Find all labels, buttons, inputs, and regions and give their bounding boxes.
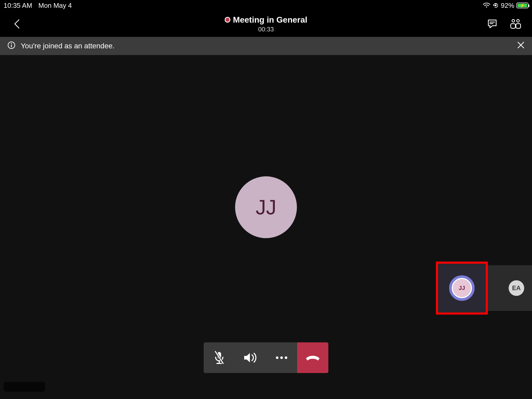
mute-button[interactable]: [204, 342, 235, 373]
svg-point-17: [276, 356, 278, 359]
svg-point-19: [285, 356, 287, 359]
meeting-timer: 00:33: [258, 26, 274, 33]
speaker-button[interactable]: [235, 342, 266, 373]
redacted-label: [4, 382, 45, 392]
active-speaker-avatar: JJ: [235, 176, 297, 238]
participant-thumb-selected[interactable]: JJ: [436, 262, 488, 315]
battery-percent: 92%: [501, 2, 514, 10]
participant-thumbs: JJ EA: [436, 262, 532, 315]
participant-thumb-initials: EA: [512, 284, 521, 292]
call-controls: [204, 342, 328, 373]
participants-button[interactable]: [510, 18, 522, 30]
meeting-title: Meeting in General: [233, 15, 307, 25]
orientation-lock-icon: [493, 2, 499, 9]
wifi-icon: [483, 3, 490, 8]
back-button[interactable]: [10, 17, 23, 30]
notice-text: You're joined as an attendee.: [21, 42, 115, 50]
svg-rect-5: [511, 24, 515, 28]
attendee-notice: You're joined as an attendee.: [0, 37, 532, 55]
more-options-button[interactable]: [266, 342, 297, 373]
svg-point-4: [517, 19, 519, 22]
meeting-header: Meeting in General 00:33: [0, 11, 532, 37]
status-bar: 10:35 AM Mon May 4 92% ⚡: [0, 0, 532, 11]
svg-rect-9: [11, 45, 12, 47]
speaking-ring-icon: JJ: [449, 275, 475, 301]
status-time: 10:35 AM: [4, 2, 32, 10]
participant-thumb[interactable]: EA: [488, 265, 532, 311]
svg-point-3: [512, 19, 515, 22]
video-stage: JJ JJ EA: [0, 55, 532, 399]
svg-point-8: [11, 43, 12, 44]
info-icon: [7, 41, 16, 51]
svg-rect-6: [516, 24, 521, 28]
recording-indicator-icon: [225, 17, 230, 23]
active-speaker-initials: JJ: [256, 195, 276, 219]
svg-rect-0: [495, 5, 496, 6]
participant-thumb-initials: JJ: [459, 285, 465, 291]
svg-point-18: [280, 356, 283, 359]
status-date: Mon May 4: [38, 2, 72, 10]
hang-up-button[interactable]: [297, 342, 328, 373]
close-notice-button[interactable]: [517, 41, 525, 51]
battery-icon: ⚡: [516, 3, 528, 8]
chat-button[interactable]: [486, 18, 498, 30]
